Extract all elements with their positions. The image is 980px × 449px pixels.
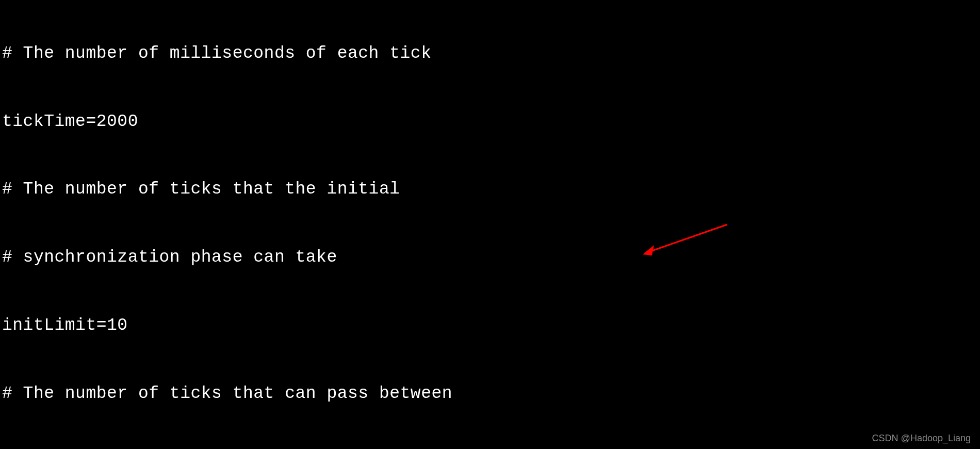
config-line: initLimit=10 xyxy=(2,314,978,337)
watermark-text: CSDN @Hadoop_Liang xyxy=(872,432,971,445)
config-line: # The number of ticks that the initial xyxy=(2,178,978,201)
comment-text: # The number of milliseconds of each tic… xyxy=(2,44,431,63)
comment-text: # synchronization phase can take xyxy=(2,248,337,267)
config-line: tickTime=2000 xyxy=(2,110,978,133)
comment-text: # The number of ticks that the initial xyxy=(2,180,400,199)
comment-text: # The number of ticks that can pass betw… xyxy=(2,384,452,403)
config-line: # The number of milliseconds of each tic… xyxy=(2,42,978,65)
config-line: # The number of ticks that can pass betw… xyxy=(2,382,978,405)
config-line: # synchronization phase can take xyxy=(2,246,978,269)
terminal-editor[interactable]: # The number of milliseconds of each tic… xyxy=(0,0,980,449)
config-value: initLimit=10 xyxy=(2,316,128,335)
config-value: tickTime=2000 xyxy=(2,112,138,131)
